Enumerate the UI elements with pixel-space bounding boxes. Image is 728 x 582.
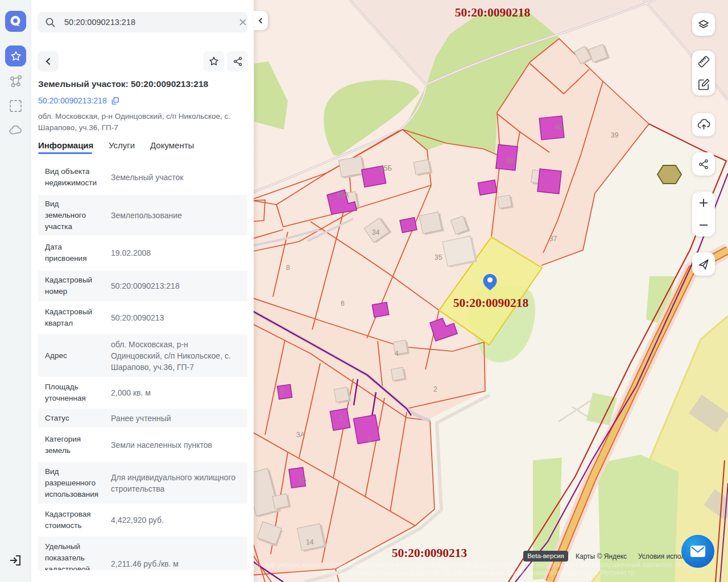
svg-text:50:20:0090218: 50:20:0090218 (453, 296, 529, 310)
svg-text:35: 35 (435, 253, 442, 261)
svg-text:с этим возможны перерывы в раб: с этим возможны перерывы в работе. За оф… (316, 569, 635, 577)
svg-text:3: 3 (339, 414, 343, 422)
svg-text:34: 34 (372, 228, 380, 236)
svg-text:15А: 15А (337, 191, 349, 199)
svg-text:Данный ресурс носит справочный: Данный ресурс носит справочный характер … (254, 561, 701, 569)
svg-text:38: 38 (506, 157, 514, 165)
svg-text:40: 40 (555, 123, 563, 131)
svg-text:4: 4 (395, 350, 399, 357)
svg-text:5: 5 (280, 388, 284, 396)
svg-text:2: 2 (433, 385, 437, 393)
svg-text:39: 39 (611, 131, 619, 139)
svg-text:14: 14 (306, 538, 314, 546)
svg-text:50:20:0090213: 50:20:0090213 (392, 546, 468, 560)
svg-text:8: 8 (286, 264, 290, 272)
svg-text:37: 37 (549, 235, 557, 243)
svg-text:3А: 3А (296, 431, 305, 439)
svg-text:6: 6 (341, 300, 345, 307)
svg-text:16: 16 (299, 476, 307, 484)
svg-text:1: 1 (367, 435, 371, 443)
svg-text:15Б: 15Б (380, 164, 392, 172)
svg-text:50:20:0090218: 50:20:0090218 (455, 6, 531, 19)
